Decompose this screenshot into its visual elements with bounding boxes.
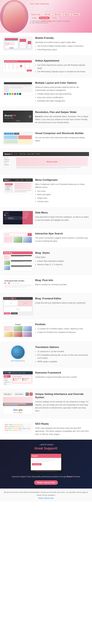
- post-meta: 12 34 Jan 12, 2024: [4, 282, 31, 284]
- nav-item-spa-salon[interactable]: Spa Salon: [53, 13, 63, 16]
- desktop-screen: [5, 38, 18, 47]
- framework-nav-pages[interactable]: Pages: [22, 372, 26, 374]
- feature-title-menu: Menu Configurator: [35, 178, 89, 182]
- feature-image-revolution: BeautyON Revolution Slider ›: [3, 110, 33, 122]
- beautifon-body: PAGES › About Us › Services › Blog › Con…: [3, 156, 89, 170]
- portfolio-item-3: [23, 326, 32, 331]
- editor-preview-btn[interactable]: Preview: [11, 312, 18, 314]
- sidebar-item-general[interactable]: General: [4, 378, 11, 380]
- editor-publish-btn[interactable]: Publish: [4, 312, 10, 314]
- menu-link-services[interactable]: SERVICES: [26, 180, 31, 181]
- feature-content-portfolio: Portfolio 12 variants for 9 Portfolio St…: [35, 323, 89, 334]
- layout-body: [4, 85, 32, 92]
- vc-add-element[interactable]: + Add Element: [4, 133, 14, 135]
- cal-cell-active: 5: [20, 65, 22, 67]
- framework-nav: Dashboard Media Pages: [12, 372, 26, 374]
- menu-link-about[interactable]: ABOUT: [20, 180, 24, 181]
- hero-model-decoration: [0, 0, 28, 33]
- nav-item-landing[interactable]: Landing: [30, 17, 38, 19]
- search-results: [4, 237, 32, 243]
- slider-dot: [18, 120, 18, 121]
- beautifon-topbar: BeautON HOME Topic Style Layout Style PA…: [3, 152, 89, 156]
- nav-item-beauty-center[interactable]: Beauty Center: [30, 13, 42, 16]
- feature-image-framework: BeautON Dashboard Media Pages Theme Opti…: [3, 371, 33, 385]
- post-overlay: [3, 403, 33, 406]
- feature-title-layout: Multiple Layout and Color Options: [35, 81, 89, 84]
- framework-option-1: Color Scheme: [13, 378, 22, 379]
- portfolio-item-4: [4, 332, 13, 337]
- feature-frontend-editor: Text Image Widget Publish Preview Bl: [0, 293, 92, 319]
- blog-meta-bar-3: [11, 267, 23, 268]
- nav-item-wedding[interactable]: Wedding: [72, 13, 80, 16]
- globe-line-v2: [18, 346, 18, 359]
- support-button[interactable]: Please, read our item: [34, 480, 58, 485]
- nav-item-beauty[interactable]: Beauty: [64, 13, 71, 16]
- sidebar-item-header[interactable]: Header: [4, 380, 11, 381]
- cal-cell: T: [8, 63, 10, 65]
- framework-nav-dashboard[interactable]: Dashboard: [12, 372, 17, 374]
- slider-mockup: BeautyON Revolution Slider ›: [3, 110, 33, 122]
- feature-side-menu: Support ☎ Call us FRENCHMANICURE BODYTRE…: [0, 207, 92, 228]
- vc-block-1: [4, 136, 18, 139]
- vc-row-btn[interactable]: + Row: [14, 133, 19, 135]
- cal-cell: 12: [20, 67, 22, 69]
- framework-panel: Theme Options Color Scheme Typography: [12, 375, 32, 383]
- support-title-highlight: Great Support!: [34, 446, 58, 450]
- feature-image-search: Search... 🔍: [3, 232, 33, 244]
- search-submit-btn[interactable]: 🔍: [28, 233, 32, 236]
- nav-item-portfolio[interactable]: Portfolio: [51, 17, 59, 19]
- portfolio-mockup: Portfolio: [3, 323, 33, 338]
- blog-title-bar-2: [11, 260, 32, 261]
- tablet-device: [19, 39, 26, 49]
- blog-mockup: Beaut Blog: [3, 251, 33, 271]
- sidebar-item-blog[interactable]: Blog: [4, 383, 11, 385]
- sidebar-item-theme-options[interactable]: Theme Options: [4, 375, 11, 378]
- feature-content-layout: Multiple Layout and Color Options Advanc…: [35, 81, 89, 103]
- feature-content-mobile: Mobile Friendly Absolutely all scrolled …: [35, 36, 89, 52]
- portfolio-img-6: [23, 332, 32, 337]
- feature-desc-portfolio: 12 variants for 9 Portfolio Styles: Clas…: [35, 327, 89, 334]
- desktop-stand: [9, 47, 14, 48]
- blog-text-3: [11, 266, 32, 268]
- beautifon-nav-layout[interactable]: Layout Style: [27, 153, 34, 155]
- book-button[interactable]: Book: [27, 70, 32, 72]
- sidebar-item-contact[interactable]: Contact Info: [4, 382, 11, 383]
- menu-link-home[interactable]: HOME: [15, 180, 19, 181]
- editor-tool-active: [12, 298, 14, 299]
- framework-nav-media[interactable]: Media: [18, 372, 21, 374]
- search-mockup: Search... 🔍: [3, 232, 33, 244]
- feature-desc-blog-styles: 6 Blog Styles Classic Style with/without…: [35, 256, 89, 266]
- menu-content-text-short: [15, 192, 26, 192]
- hero-subtitle: YOU CAN CHOOSE: [30, 3, 89, 5]
- product-item-1: FRENCHMANICURE: [4, 216, 18, 220]
- cal-cell: 11: [16, 67, 18, 69]
- nav-item-hair-care[interactable]: Hair Care: [43, 13, 52, 16]
- hero-title: Topic Style: [30, 6, 89, 12]
- feature-desc-post-info: Built-in counters for comments and likes: [35, 283, 89, 286]
- cal-cell: 9: [8, 67, 10, 69]
- style-toggles: Blog style ▾ Hover style ▾ 🔍 🔒: [3, 392, 33, 396]
- feature-translation: MultilingualReady Translation Options 12…: [0, 342, 92, 368]
- support-ask-btn[interactable]: Ask Question: [32, 463, 41, 465]
- beautifon-nav-pages[interactable]: PAGES: [35, 153, 40, 155]
- framework-body: Theme Options General Header Contact Inf…: [3, 374, 33, 385]
- blog-item-2: [4, 260, 32, 265]
- editor-tool-2: [7, 298, 9, 299]
- footer-link[interactable]: Please, read our item: [38, 497, 54, 499]
- nav-item-beauty-blog[interactable]: Beauty Blog: [39, 17, 50, 19]
- support-screen: Support Ask Question: [31, 454, 61, 470]
- beautifon-nav-home[interactable]: HOME: [14, 153, 18, 155]
- slider-arrow-right[interactable]: ›: [29, 115, 32, 118]
- beautifon-nav-topic[interactable]: Topic Style: [19, 153, 26, 155]
- beautifon-nav: HOME Topic Style Layout Style PAGES: [14, 153, 40, 155]
- feature-title-revolution: Revolution, Flex and Swiper Slider: [35, 110, 89, 114]
- blog-meta-bar-1: [11, 256, 23, 257]
- feature-desc-inheritance: Common settings can be overriden for any…: [35, 400, 89, 412]
- support-desc: Awesome Support Team will provide profes…: [3, 475, 89, 478]
- feature-title-inheritance: Unique Setting Inheritance and Override …: [35, 392, 89, 399]
- feature-post-info: Lorem ipsum dolor sit amet... 12 34 Jan …: [0, 275, 92, 293]
- feature-content-seo: SEO Ready HTML code integrated into the …: [35, 422, 89, 436]
- checkbox-1: [13, 378, 14, 379]
- google-mockup: Google SEO Compatible: [3, 407, 33, 415]
- cal-cell: 2: [8, 65, 10, 67]
